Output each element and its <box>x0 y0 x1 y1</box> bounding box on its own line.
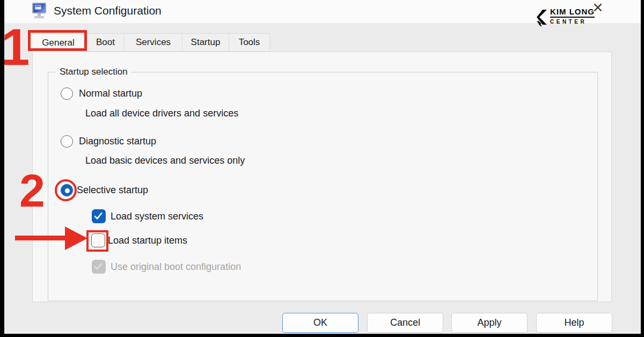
annotation-circle-selective-radio <box>55 179 77 201</box>
group-title: Startup selection <box>56 67 131 77</box>
tab-boot[interactable]: Boot <box>87 33 125 52</box>
msconfig-monitor-icon <box>32 3 47 19</box>
annotation-arrow-shaft <box>15 236 67 240</box>
radio-label[interactable]: Diagnostic startup <box>79 136 156 147</box>
annotation-step-2: 2 <box>19 167 45 214</box>
radio-button-icon[interactable] <box>61 135 73 148</box>
annotation-box-general-tab <box>28 30 87 51</box>
checkmark-icon <box>93 262 104 271</box>
checkbox-checked-icon[interactable] <box>92 209 106 223</box>
checkbox-label[interactable]: Load system services <box>111 211 203 222</box>
brand-name: KIM LONG <box>550 7 595 18</box>
checkbox-row-use-original-boot-configuration: Use original boot configuration <box>92 260 241 274</box>
tab-startup[interactable]: Startup <box>182 33 229 52</box>
radio-label[interactable]: Normal startup <box>79 88 142 99</box>
checkbox-label[interactable]: Load startup items <box>108 235 187 246</box>
window-title: System Configuration <box>54 4 162 17</box>
checkbox-checked-disabled-icon <box>92 260 106 274</box>
radio-row-normal-startup[interactable]: Normal startup <box>61 87 142 100</box>
radio-label[interactable]: Selective startup <box>77 185 148 196</box>
checkbox-label: Use original boot configuration <box>111 261 241 273</box>
radio-description: Load basic devices and services only <box>85 155 245 166</box>
checkmark-icon <box>93 211 104 221</box>
brand-chevron-icon <box>536 9 550 28</box>
help-button[interactable]: Help <box>536 313 612 333</box>
annotation-box-load-startup-items <box>86 230 108 252</box>
apply-button[interactable]: Apply <box>451 313 528 333</box>
checkbox-row-load-system-services[interactable]: Load system services <box>92 209 203 223</box>
radio-button-icon[interactable] <box>61 87 73 100</box>
brand-subname: CENTER <box>550 19 595 25</box>
radio-row-diagnostic-startup[interactable]: Diagnostic startup <box>61 135 156 148</box>
ok-button[interactable]: OK <box>282 313 358 333</box>
tab-tools[interactable]: Tools <box>229 33 270 52</box>
tab-services[interactable]: Services <box>125 33 182 52</box>
screenshot-stage: { "window": { "title": "System Configura… <box>0 0 644 337</box>
annotation-step-1: 1 <box>1 21 30 73</box>
window-frame: System Configuration ✕ KIM LONG CENTER G… <box>4 0 641 334</box>
cancel-button[interactable]: Cancel <box>367 313 443 333</box>
radio-description: Load all device drivers and services <box>85 108 238 119</box>
tab-panel-general: Startup selection Normal startup Load al… <box>32 52 612 302</box>
annotation-arrow-icon <box>65 226 87 250</box>
brand-logo: KIM LONG CENTER <box>533 7 608 30</box>
